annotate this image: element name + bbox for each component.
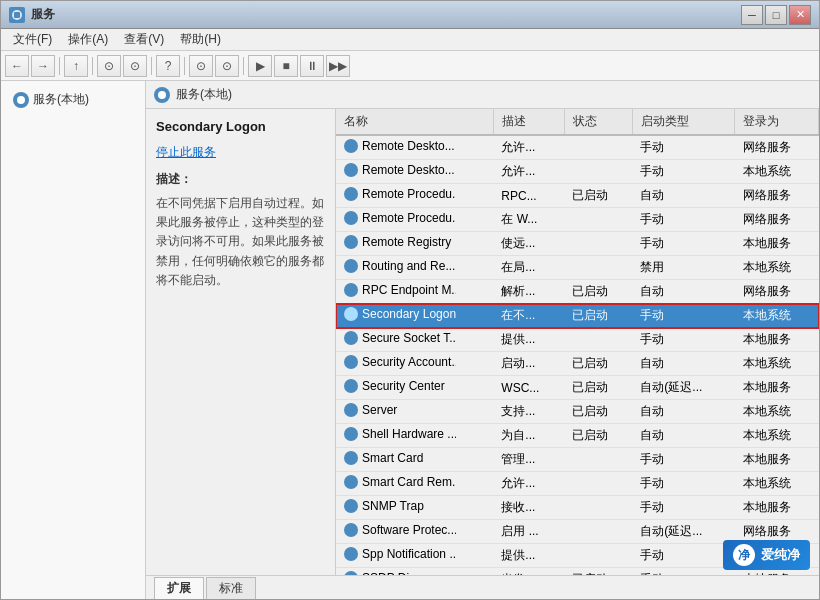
cell-status bbox=[564, 448, 632, 472]
cell-name: Remote Deskto... bbox=[336, 136, 456, 156]
help-button[interactable]: ? bbox=[156, 55, 180, 77]
cell-startup: 手动 bbox=[632, 472, 734, 496]
service-icon bbox=[344, 187, 358, 201]
tool2-button[interactable]: ⊙ bbox=[215, 55, 239, 77]
show-hide-button[interactable]: ⊙ bbox=[97, 55, 121, 77]
cell-desc: 允许... bbox=[493, 472, 564, 496]
table-row[interactable]: Smart Card管理...手动本地服务 bbox=[336, 448, 819, 472]
right-header-title: 服务(本地) bbox=[176, 86, 232, 103]
table-row[interactable]: Routing and Re...在局...禁用本地系统 bbox=[336, 256, 819, 280]
cell-name: Remote Procedu... bbox=[336, 208, 456, 228]
cell-logon: 网络服务 bbox=[735, 135, 819, 160]
cell-name: Secure Socket T... bbox=[336, 328, 456, 348]
forward-button[interactable]: → bbox=[31, 55, 55, 77]
cell-name: Shell Hardware ... bbox=[336, 424, 456, 444]
cell-desc: 管理... bbox=[493, 448, 564, 472]
cell-desc: WSC... bbox=[493, 376, 564, 400]
play-button[interactable]: ▶ bbox=[248, 55, 272, 77]
table-row[interactable]: SNMP Trap接收...手动本地服务 bbox=[336, 496, 819, 520]
cell-name: SNMP Trap bbox=[336, 496, 456, 516]
cell-startup: 自动 bbox=[632, 280, 734, 304]
cell-logon: 网络服务 bbox=[735, 208, 819, 232]
cell-status bbox=[564, 472, 632, 496]
pause-button[interactable]: ⏸ bbox=[300, 55, 324, 77]
cell-name: Remote Procedu... bbox=[336, 184, 456, 204]
left-panel-item-local[interactable]: 服务(本地) bbox=[9, 89, 137, 110]
services-table-container[interactable]: 名称 描述 状态 启动类型 登录为 Remote Deskto...允许...手… bbox=[336, 109, 819, 575]
cell-logon: 本地服务 bbox=[735, 376, 819, 400]
cell-logon: 本地系统 bbox=[735, 352, 819, 376]
cell-status: 已启动 bbox=[564, 280, 632, 304]
table-row[interactable]: Remote Deskto...允许...手动本地系统 bbox=[336, 160, 819, 184]
stop-button[interactable]: ■ bbox=[274, 55, 298, 77]
service-icon bbox=[344, 427, 358, 441]
restore-button[interactable]: □ bbox=[765, 5, 787, 25]
cell-desc: 允许... bbox=[493, 160, 564, 184]
cell-status: 已启动 bbox=[564, 304, 632, 328]
watermark-text: 爱纯净 bbox=[761, 546, 800, 564]
service-icon bbox=[344, 403, 358, 417]
col-header-startup[interactable]: 启动类型 bbox=[632, 109, 734, 135]
table-row[interactable]: Remote Procedu...在 W...手动网络服务 bbox=[336, 208, 819, 232]
svg-rect-1 bbox=[14, 12, 20, 18]
toolbar-sep-2 bbox=[92, 57, 93, 75]
right-panel: 服务(本地) Secondary Logon 停止此服务 描述： 在不同凭据下启… bbox=[146, 81, 819, 599]
restart-button[interactable]: ▶▶ bbox=[326, 55, 350, 77]
cell-desc: 为自... bbox=[493, 424, 564, 448]
cell-name: Security Account... bbox=[336, 352, 456, 372]
service-icon bbox=[344, 259, 358, 273]
window-controls: ─ □ ✕ bbox=[741, 5, 811, 25]
menu-help[interactable]: 帮助(H) bbox=[172, 29, 229, 50]
menu-file[interactable]: 文件(F) bbox=[5, 29, 60, 50]
table-row[interactable]: Security CenterWSC...已启动自动(延迟...本地服务 bbox=[336, 376, 819, 400]
table-row[interactable]: Security Account...启动...已启动自动本地系统 bbox=[336, 352, 819, 376]
split-content: Secondary Logon 停止此服务 描述： 在不同凭据下启用自动过程。如… bbox=[146, 109, 819, 575]
toolbar: ← → ↑ ⊙ ⊙ ? ⊙ ⊙ ▶ ■ ⏸ ▶▶ bbox=[1, 51, 819, 81]
menu-action[interactable]: 操作(A) bbox=[60, 29, 116, 50]
cell-status bbox=[564, 256, 632, 280]
close-button[interactable]: ✕ bbox=[789, 5, 811, 25]
cell-startup: 手动 bbox=[632, 304, 734, 328]
stop-service-link[interactable]: 停止此服务 bbox=[156, 144, 325, 161]
col-header-status[interactable]: 状态 bbox=[564, 109, 632, 135]
watermark: 净 爱纯净 bbox=[723, 540, 810, 570]
bottom-tabs: 扩展 标准 bbox=[146, 575, 819, 599]
cell-name: Remote Deskto... bbox=[336, 160, 456, 180]
table-row[interactable]: Secondary Logon在不...已启动手动本地系统 bbox=[336, 304, 819, 328]
table-row[interactable]: Smart Card Rem...允许...手动本地系统 bbox=[336, 472, 819, 496]
service-icon bbox=[344, 355, 358, 369]
cell-startup: 手动 bbox=[632, 135, 734, 160]
col-header-desc[interactable]: 描述 bbox=[493, 109, 564, 135]
export-button[interactable]: ⊙ bbox=[123, 55, 147, 77]
cell-status: 已启动 bbox=[564, 184, 632, 208]
cell-status bbox=[564, 496, 632, 520]
table-row[interactable]: Remote Deskto...允许...手动网络服务 bbox=[336, 135, 819, 160]
cell-startup: 自动(延迟... bbox=[632, 520, 734, 544]
tool1-button[interactable]: ⊙ bbox=[189, 55, 213, 77]
cell-status bbox=[564, 328, 632, 352]
table-row[interactable]: Secure Socket T...提供...手动本地服务 bbox=[336, 328, 819, 352]
cell-startup: 自动 bbox=[632, 352, 734, 376]
table-row[interactable]: Remote Procedu...RPC...已启动自动网络服务 bbox=[336, 184, 819, 208]
services-local-icon bbox=[13, 92, 29, 108]
up-button[interactable]: ↑ bbox=[64, 55, 88, 77]
tab-expand[interactable]: 扩展 bbox=[154, 577, 204, 599]
menu-view[interactable]: 查看(V) bbox=[116, 29, 172, 50]
tab-standard[interactable]: 标准 bbox=[206, 577, 256, 599]
minimize-button[interactable]: ─ bbox=[741, 5, 763, 25]
table-row[interactable]: Shell Hardware ...为自...已启动自动本地系统 bbox=[336, 424, 819, 448]
cell-desc: 使远... bbox=[493, 232, 564, 256]
svg-point-3 bbox=[158, 91, 166, 99]
back-button[interactable]: ← bbox=[5, 55, 29, 77]
col-header-name[interactable]: 名称 bbox=[336, 109, 493, 135]
cell-logon: 本地服务 bbox=[735, 232, 819, 256]
col-header-logon[interactable]: 登录为 bbox=[735, 109, 819, 135]
cell-status bbox=[564, 208, 632, 232]
main-content: 服务(本地) 服务(本地) Secondary Logon 停止此服务 描述： … bbox=[1, 81, 819, 599]
table-row[interactable]: Remote Registry使远...手动本地服务 bbox=[336, 232, 819, 256]
cell-startup: 手动 bbox=[632, 568, 734, 576]
table-row[interactable]: RPC Endpoint M...解析...已启动自动网络服务 bbox=[336, 280, 819, 304]
table-row[interactable]: Server支持...已启动自动本地系统 bbox=[336, 400, 819, 424]
cell-status bbox=[564, 520, 632, 544]
service-detail-panel: Secondary Logon 停止此服务 描述： 在不同凭据下启用自动过程。如… bbox=[146, 109, 336, 575]
